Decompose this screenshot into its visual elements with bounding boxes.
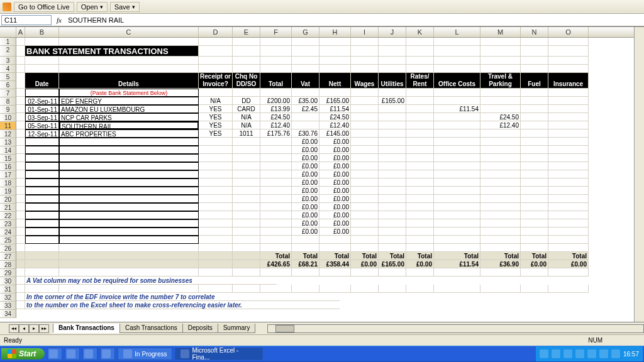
cell[interactable]	[199, 195, 233, 203]
cell[interactable]	[319, 65, 351, 73]
cell[interactable]	[233, 178, 260, 187]
cell[interactable]	[59, 219, 199, 228]
row-header-28[interactable]: 28	[0, 261, 16, 269]
cell[interactable]: £0.00	[292, 146, 319, 154]
cell[interactable]: £0.00	[292, 228, 319, 236]
cell[interactable]	[434, 89, 480, 97]
cell[interactable]	[233, 65, 260, 73]
name-box[interactable]	[1, 15, 52, 25]
cell[interactable]	[25, 89, 59, 97]
cell[interactable]: £0.00	[292, 211, 319, 219]
tray-icon[interactable]	[575, 349, 584, 358]
cell[interactable]	[351, 38, 379, 46]
cell[interactable]	[25, 195, 59, 203]
cell[interactable]	[292, 113, 319, 121]
row-header-34[interactable]: 34	[0, 310, 16, 318]
col-header-N[interactable]: N	[521, 27, 548, 37]
cell[interactable]	[406, 219, 434, 228]
cell[interactable]	[351, 219, 379, 228]
cell[interactable]	[521, 203, 548, 211]
cell[interactable]	[319, 89, 351, 97]
cell[interactable]	[406, 162, 434, 170]
cell[interactable]	[406, 244, 434, 252]
cell[interactable]	[199, 187, 233, 195]
cell[interactable]	[199, 146, 233, 154]
col-header-M[interactable]: M	[480, 27, 521, 37]
row-header-17[interactable]: 17	[0, 171, 16, 179]
cell[interactable]	[16, 301, 25, 309]
cell[interactable]	[434, 170, 480, 178]
cell[interactable]	[351, 113, 379, 121]
cell[interactable]	[25, 244, 59, 252]
cell[interactable]	[59, 260, 199, 268]
cell[interactable]	[16, 219, 25, 228]
cell[interactable]	[521, 228, 548, 236]
cell[interactable]	[233, 236, 260, 244]
cell[interactable]	[548, 162, 589, 170]
cell[interactable]	[379, 170, 406, 178]
cell[interactable]	[406, 65, 434, 73]
instruction-note[interactable]: to the number on the Excel sheet to make…	[25, 301, 340, 309]
row-header-21[interactable]: 21	[0, 204, 16, 212]
cell[interactable]	[59, 285, 199, 293]
col-header-E[interactable]: E	[233, 27, 260, 37]
cell[interactable]	[16, 211, 25, 219]
cell[interactable]	[16, 105, 25, 113]
cell[interactable]	[233, 260, 260, 268]
cell[interactable]: Total	[434, 252, 480, 260]
cell[interactable]: Total	[351, 252, 379, 260]
cell[interactable]: Total	[379, 252, 406, 260]
cell[interactable]	[25, 203, 59, 211]
cell[interactable]: N/A	[233, 113, 260, 121]
taskbar-item[interactable]	[82, 348, 97, 360]
cell[interactable]	[25, 65, 59, 73]
cell[interactable]	[379, 121, 406, 129]
cell[interactable]	[548, 170, 589, 178]
cell[interactable]	[233, 195, 260, 203]
cell[interactable]	[25, 228, 59, 236]
cell[interactable]	[406, 154, 434, 162]
cell[interactable]	[319, 57, 351, 65]
cell[interactable]	[406, 268, 434, 277]
cell[interactable]	[319, 244, 351, 252]
cell[interactable]	[521, 162, 548, 170]
row-header-3[interactable]: 3	[0, 57, 16, 65]
cell[interactable]	[548, 121, 589, 129]
cell[interactable]	[233, 154, 260, 162]
cell[interactable]: £0.00	[292, 170, 319, 178]
cell[interactable]: £0.00	[319, 203, 351, 211]
header-cell[interactable]: Office Costs	[434, 73, 480, 89]
cell[interactable]	[548, 285, 589, 293]
row-header-33[interactable]: 33	[0, 302, 16, 310]
cell[interactable]	[319, 46, 351, 57]
cell[interactable]: £0.00	[292, 162, 319, 170]
cell[interactable]	[351, 97, 379, 105]
cell[interactable]	[480, 178, 521, 187]
cell[interactable]	[59, 138, 199, 146]
cell[interactable]	[480, 203, 521, 211]
cell[interactable]	[59, 236, 199, 244]
cell[interactable]	[406, 228, 434, 236]
cell[interactable]	[548, 228, 589, 236]
cell[interactable]	[480, 236, 521, 244]
cell[interactable]	[351, 170, 379, 178]
cell[interactable]	[434, 244, 480, 252]
total-insurance[interactable]: £0.00	[548, 260, 589, 268]
cell[interactable]	[480, 228, 521, 236]
cell[interactable]	[434, 268, 480, 277]
cell[interactable]	[521, 219, 548, 228]
sheet-tab[interactable]: Cash Transactions	[119, 324, 183, 333]
cell[interactable]	[521, 138, 548, 146]
header-cell[interactable]: Details	[59, 73, 199, 89]
cell[interactable]	[406, 285, 434, 293]
cell[interactable]	[199, 170, 233, 178]
cell[interactable]	[406, 187, 434, 195]
cell[interactable]: £0.00	[319, 170, 351, 178]
cell[interactable]	[434, 57, 480, 65]
cell[interactable]	[351, 105, 379, 113]
cell[interactable]	[351, 121, 379, 129]
row-header-25[interactable]: 25	[0, 236, 16, 244]
taskbar-item[interactable]: In Progress	[118, 348, 172, 360]
cell[interactable]	[16, 260, 25, 268]
cell[interactable]: YES	[199, 105, 233, 113]
